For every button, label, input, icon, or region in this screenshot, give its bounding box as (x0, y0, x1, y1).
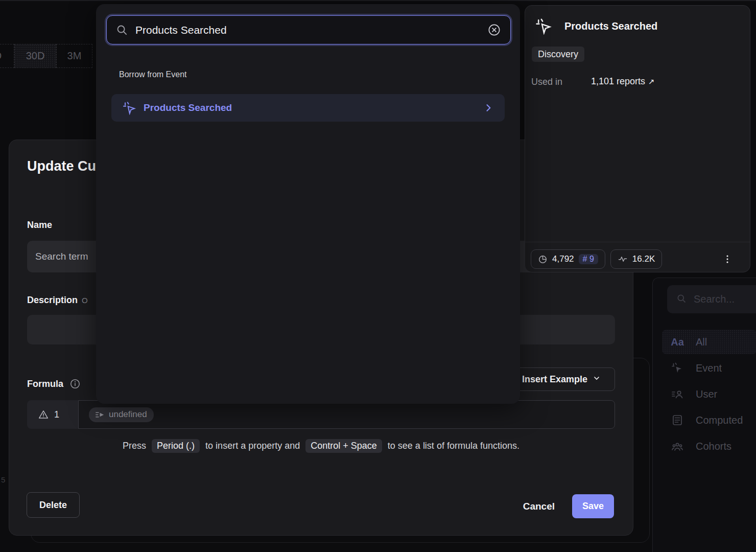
sidebar-item-all[interactable]: Aa All (662, 330, 756, 354)
modal-footer-actions: Cancel Save (523, 494, 614, 518)
used-in-reports-link[interactable]: 1,101 reports↗ (591, 76, 655, 87)
warning-icon (38, 409, 49, 420)
chart-axis-label: 5 (1, 475, 5, 484)
sidebar-item-user[interactable]: User (662, 382, 756, 406)
kebab-menu-icon[interactable] (720, 251, 735, 267)
sidebar-search-input[interactable] (694, 293, 750, 305)
sidebar-item-label: Cohorts (696, 441, 731, 452)
app-screen: D 30D 3M 5 Aa All Event (0, 0, 756, 552)
property-type-sidebar: Aa All Event User (652, 278, 756, 552)
sidebar-item-cohorts[interactable]: Cohorts (662, 434, 756, 458)
name-label: Name (27, 220, 52, 230)
event-count-pill[interactable]: 4,792 # 9 (531, 249, 605, 269)
chevron-down-icon (593, 374, 601, 385)
sidebar-item-label: Computed (696, 415, 743, 426)
cohorts-icon (670, 440, 684, 452)
section-label: Borrow from Event (119, 70, 186, 79)
card-footer: 4,792 # 9 16.2K (531, 249, 745, 269)
search-input[interactable] (135, 24, 480, 36)
time-range-label: 3M (67, 50, 82, 62)
sidebar-item-label: User (696, 388, 717, 400)
search-result-products-searched[interactable]: Products Searched (111, 94, 505, 122)
modal-title: Update Cu (27, 158, 96, 174)
time-range-30d[interactable]: 30D (14, 44, 56, 68)
optional-label-partial: O (82, 296, 88, 305)
info-icon[interactable] (69, 378, 81, 389)
delete-button[interactable]: Delete (27, 492, 80, 518)
cancel-button[interactable]: Cancel (523, 501, 555, 512)
used-in-label: Used in (531, 77, 562, 87)
insert-example-label: Insert Example (522, 374, 587, 385)
rank-badge: # 9 (579, 254, 598, 264)
event-icon (670, 362, 684, 374)
event-icon (123, 101, 136, 115)
hint-text: to see a list of formula functions. (388, 441, 519, 451)
sidebar-item-label: All (696, 336, 707, 348)
event-details-card: Products Searched Discovery Used in 1,10… (525, 5, 750, 272)
search-icon (116, 24, 128, 36)
description-label-row: DescriptionO (27, 295, 88, 306)
card-title: Products Searched (564, 20, 657, 32)
insert-example-button[interactable]: Insert Example (508, 367, 615, 391)
save-button[interactable]: Save (572, 494, 614, 518)
formula-label-row: Formula (27, 378, 81, 389)
kbd-period: Period (.) (152, 439, 200, 453)
chevron-right-icon (483, 103, 493, 113)
search-field (106, 15, 511, 44)
external-link-icon: ↗ (648, 77, 655, 86)
hint-text: Press (123, 441, 146, 451)
search-icon (676, 293, 687, 306)
sidebar-item-computed[interactable]: Computed (662, 408, 756, 432)
kbd-control-space: Control + Space (305, 439, 382, 453)
formula-warning-gutter: 1 (27, 400, 78, 429)
chip-label: undefined (109, 409, 147, 420)
volume-count: 16.2K (632, 254, 655, 264)
background-panel-edge (0, 0, 756, 1)
hint-text: to insert a property and (205, 441, 300, 451)
time-range-7d[interactable]: D (0, 44, 14, 68)
card-header: Products Searched (535, 18, 657, 35)
warning-count: 1 (54, 409, 59, 420)
activity-icon (618, 254, 628, 264)
event-count: 4,792 (552, 254, 574, 264)
volume-pill[interactable]: 16.2K (610, 249, 662, 269)
text-type-icon: Aa (670, 336, 684, 348)
clear-search-icon[interactable] (487, 23, 501, 37)
formula-label: Formula (27, 379, 63, 389)
property-icon (96, 411, 104, 418)
borrow-search-modal: Borrow from Event Products Searched (96, 4, 520, 404)
formula-hint: Press Period (.) to insert a property an… (27, 439, 615, 453)
event-icon (535, 18, 552, 35)
category-badge: Discovery (532, 47, 584, 62)
card-footer-divider (525, 242, 750, 242)
formula-editor: 1 undefined (27, 400, 615, 429)
time-range-3m[interactable]: 3M (56, 44, 92, 68)
sidebar-search-field[interactable] (667, 285, 756, 313)
computed-icon (670, 414, 684, 426)
user-icon (670, 388, 684, 400)
time-range-label: D (0, 50, 2, 62)
name-label-row: Name (27, 220, 52, 231)
sidebar-item-event[interactable]: Event (662, 356, 756, 380)
pie-chart-icon (538, 255, 548, 264)
formula-input[interactable]: undefined (78, 400, 615, 429)
undefined-property-chip[interactable]: undefined (89, 407, 154, 422)
description-label: Description (27, 295, 78, 305)
sidebar-item-label: Event (696, 362, 722, 374)
time-range-label: 30D (26, 50, 45, 62)
reports-count: 1,101 reports (591, 76, 645, 86)
result-label: Products Searched (144, 102, 232, 113)
